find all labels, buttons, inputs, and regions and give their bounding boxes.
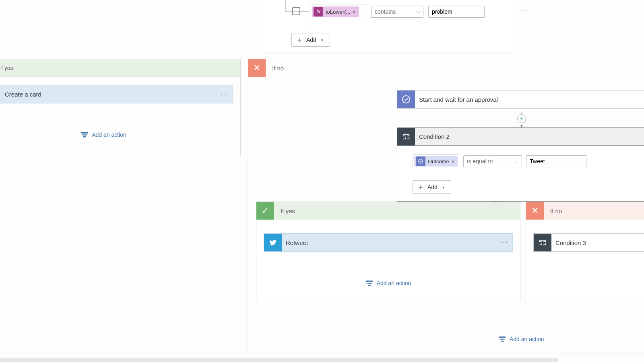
branch-yes-title: f yes [1, 65, 13, 71]
insert-step-button[interactable]: ＋ [517, 114, 526, 123]
add-condition-button[interactable]: ＋ Add ▾ [291, 33, 330, 47]
outcome-label: Outcome [428, 158, 449, 165]
operator-select-2[interactable]: is equal to [463, 155, 522, 167]
close-icon: ✕ [248, 59, 266, 77]
branch-yes-header: f yes [0, 59, 240, 77]
add-action-icon [365, 280, 374, 286]
svg-rect-2 [83, 136, 86, 137]
add-action-link-yes1[interactable]: Add an action [0, 132, 240, 138]
chevron-down-icon: ▾ [321, 38, 323, 42]
token-tolower[interactable]: fx toLower(... × [312, 6, 359, 17]
condition-2-header[interactable]: Condition 2 [397, 128, 644, 146]
branch-no-title: If no [266, 65, 284, 72]
approval-icon [397, 90, 415, 108]
twitter-icon [264, 234, 282, 251]
outcome-icon [416, 156, 425, 166]
retweet-menu[interactable] [496, 239, 512, 246]
add-action-footer[interactable]: Add an action [498, 336, 544, 342]
svg-rect-11 [499, 337, 506, 338]
svg-rect-13 [501, 341, 504, 341]
svg-rect-5 [366, 281, 373, 282]
svg-rect-6 [367, 283, 372, 284]
add-action-link-yes2[interactable]: Add an action [256, 280, 520, 286]
branch-no-2-title: If no [544, 208, 562, 214]
condition-2-card: Condition 2 Outcome × is equal to [397, 128, 644, 202]
condition-row-checkbox[interactable] [292, 7, 300, 15]
branch-no-2-header: ✕ If no [526, 202, 644, 220]
token-remove-icon[interactable]: × [353, 9, 356, 15]
outcome-container: Outcome × [413, 154, 459, 168]
add-action-label: Add an action [510, 336, 544, 342]
expression-container: fx toLower(... × [310, 4, 367, 19]
add-label: Add [427, 184, 438, 190]
token-remove-icon[interactable]: × [452, 158, 455, 165]
branch-no-header: ✕ If no [248, 59, 644, 77]
add-condition-button-2[interactable]: ＋ Add ▾ [413, 180, 451, 194]
action-create-card[interactable]: Create a card [0, 85, 233, 103]
condition-3-title: Condition 3 [551, 239, 644, 246]
check-icon: ✓ [256, 202, 274, 220]
branch-if-no-1: ✕ If no Start and wait for an approval ＋… [248, 59, 644, 354]
row-menu[interactable] [516, 7, 532, 14]
branch-if-no-2: ✕ If no Condition 3 [526, 202, 644, 301]
condition-2-body: Outcome × is equal to ＋ Add ▾ [397, 146, 644, 201]
close-icon: ✕ [526, 202, 544, 220]
add-action-label: Add an action [92, 132, 126, 138]
svg-rect-7 [368, 285, 371, 286]
action-condition-3[interactable]: Condition 3 [533, 233, 644, 252]
svg-rect-12 [500, 339, 504, 339]
condition-2-title: Condition 2 [415, 133, 644, 140]
operator-select[interactable]: contains [371, 6, 423, 18]
branch-yes-2-title: If yes [274, 208, 295, 214]
plus-icon: ＋ [296, 36, 303, 43]
action-approval[interactable]: Start and wait for an approval [397, 90, 644, 109]
svg-point-3 [402, 96, 410, 103]
add-label: Add [306, 37, 316, 43]
chevron-down-icon: ▾ [442, 185, 444, 189]
plus-icon: ＋ [417, 183, 424, 191]
top-condition-card: fx toLower(... × contains ＋ Add ▾ [263, 0, 513, 52]
action-menu[interactable] [217, 90, 233, 98]
branch-if-yes-2: ✓ If yes Retweet Add an action [256, 202, 520, 301]
value-input[interactable] [428, 6, 485, 18]
svg-rect-0 [81, 132, 88, 134]
approval-menu[interactable] [641, 96, 644, 103]
expression-container-lower [310, 20, 367, 28]
action-title: Create a card [0, 91, 217, 98]
token-label: toLower(... [326, 9, 350, 15]
retweet-title: Retweet [282, 239, 496, 246]
add-action-icon [498, 336, 506, 342]
action-retweet[interactable]: Retweet [264, 233, 513, 252]
bottom-scrollbar[interactable] [0, 358, 558, 362]
condition-icon [534, 234, 551, 251]
condition-icon [397, 128, 415, 146]
token-outcome[interactable]: Outcome × [414, 156, 458, 167]
add-action-label: Add an action [377, 280, 411, 286]
value-input-2[interactable] [526, 155, 586, 167]
branch-yes-2-header: ✓ If yes [256, 202, 520, 220]
branch-if-yes-1: f yes Create a card Add an action [0, 59, 241, 156]
approval-title: Start and wait for an approval [415, 96, 641, 103]
svg-rect-1 [83, 134, 87, 135]
fx-icon: fx [314, 7, 323, 16]
add-action-icon [80, 132, 89, 138]
